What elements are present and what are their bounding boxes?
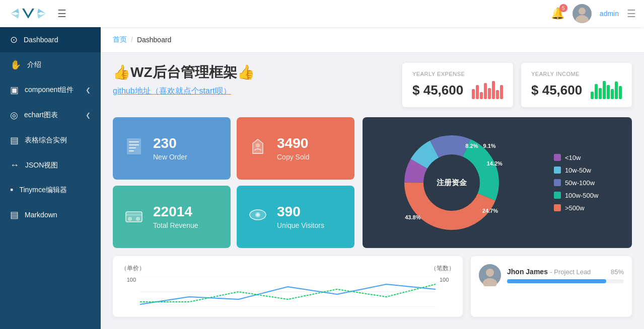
expense-bar <box>480 92 483 99</box>
inner-content: 👍WZ后台管理框架👍 github地址（喜欢就点个start呗） YEARLY … <box>101 53 644 327</box>
unique-visitors-label: Unique Visitors <box>277 221 324 229</box>
breadcrumb-separator: / <box>131 36 133 44</box>
unique-visitors-card: 390 Unique Visitors <box>237 186 354 248</box>
sidebar-item-table[interactable]: ▤ 表格综合实例 <box>0 128 101 153</box>
svg-rect-11 <box>126 214 142 216</box>
legend-label-1: <10w <box>565 154 581 161</box>
legend-dot-2 <box>554 167 561 174</box>
copy-sold-label: Copy Sold <box>277 153 310 161</box>
sidebar-label-component: component组件 <box>25 86 80 95</box>
expense-bottom: $ 45,600 <box>412 81 503 99</box>
metric-cards-grid: 230 New Order <box>113 117 354 248</box>
svg-rect-4 <box>127 138 141 154</box>
svg-rect-5 <box>129 141 139 142</box>
total-revenue-text: 22014 Total Revenue <box>153 204 198 230</box>
income-label: YEARLY INCOME <box>531 71 622 77</box>
content-area: 首页 / Dashboard 👍WZ后台管理框架👍 github地址（喜欢就点个… <box>101 27 644 329</box>
svg-point-12 <box>128 217 132 221</box>
sidebar-label-tinymce: Tinymce编辑器 <box>19 186 91 195</box>
copy-sold-text: 3490 Copy Sold <box>277 136 310 161</box>
legend-dot-1 <box>554 154 561 161</box>
sidebar-label-echart: echart图表 <box>24 111 80 120</box>
page-title: 👍WZ后台管理框架👍 <box>113 63 255 82</box>
donut-legend: <10w 10w-50w 50w-100w 100w-500w <box>554 154 599 212</box>
progress-bar-fill <box>507 279 606 283</box>
expense-value: $ 45,600 <box>412 83 463 98</box>
donut-pct-2: 9.1% <box>483 143 496 149</box>
sidebar-label-dashboard: Dashboard <box>24 36 91 44</box>
svg-point-16 <box>257 213 259 216</box>
sidebar-item-json[interactable]: ↔ JSON视图 <box>0 153 101 178</box>
income-bar <box>611 89 614 99</box>
new-order-icon <box>123 135 145 162</box>
expense-bar <box>484 83 487 99</box>
svg-rect-8 <box>129 150 134 151</box>
expense-bar <box>476 85 479 99</box>
sidebar-item-echart[interactable]: ◎ echart图表 ❮ <box>0 103 101 128</box>
team-panel: Jhon James - Project Lead 85% <box>471 256 632 317</box>
sidebar-item-intro[interactable]: ✋ 介绍 <box>0 52 101 77</box>
admin-name[interactable]: admin <box>600 10 619 18</box>
sidebar-item-markdown[interactable]: ▤ Markdown <box>0 202 101 227</box>
breadcrumb: 首页 / Dashboard <box>101 27 644 53</box>
legend-dot-3 <box>554 179 561 186</box>
sidebar-label-markdown: Markdown <box>25 211 91 219</box>
table-icon: ▤ <box>10 135 19 146</box>
legend-label-4: 100w-500w <box>565 192 599 199</box>
intro-icon: ✋ <box>10 59 21 70</box>
title-and-stats: 👍WZ后台管理框架👍 github地址（喜欢就点个start呗） YEARLY … <box>113 63 632 107</box>
svg-point-13 <box>136 217 140 221</box>
svg-rect-6 <box>129 144 139 145</box>
notification-badge: 5 <box>559 4 567 12</box>
sidebar-label-json: JSON视图 <box>25 161 91 170</box>
sidebar-item-component[interactable]: ▣ component组件 ❮ <box>0 77 101 103</box>
new-order-label: New Order <box>153 153 187 161</box>
income-bar <box>603 81 606 99</box>
progress-bar-bg <box>507 279 624 283</box>
user-avatar[interactable] <box>573 4 592 23</box>
member-info: Jhon James - Project Lead 85% <box>507 267 624 283</box>
cards-and-chart: 230 New Order <box>113 117 632 248</box>
chart-left-label: （单价） <box>121 264 145 273</box>
member-percent: 85% <box>611 268 624 276</box>
tinymce-icon: ▪ <box>10 185 13 195</box>
line-chart-panel: （单价） （笔数） 100 <box>113 256 463 317</box>
new-order-card: 230 New Order <box>113 117 231 180</box>
unique-visitors-text: 390 Unique Visitors <box>277 204 324 230</box>
yearly-income-card: YEARLY INCOME $ 45,600 <box>521 63 632 107</box>
total-revenue-icon <box>123 204 145 230</box>
income-value: $ 45,600 <box>531 83 582 98</box>
sidebar-item-tinymce[interactable]: ▪ Tinymce编辑器 <box>0 178 101 202</box>
donut-pct-5: 43.8% <box>405 214 420 220</box>
team-member-row: Jhon James - Project Lead 85% <box>479 264 624 286</box>
header-menu-icon[interactable]: ☰ <box>627 8 636 20</box>
legend-item-2: 10w-50w <box>554 167 599 174</box>
sidebar-item-dashboard[interactable]: ⊙ Dashboard <box>0 27 101 52</box>
y-axis-left: 100 <box>121 277 136 309</box>
income-chart <box>591 81 622 99</box>
hamburger-button[interactable]: ☰ <box>53 6 70 22</box>
component-icon: ▣ <box>10 85 19 96</box>
copy-sold-icon <box>247 135 269 162</box>
expense-bar <box>496 90 499 99</box>
logo-area: ☰ <box>8 5 70 23</box>
breadcrumb-home[interactable]: 首页 <box>113 35 127 44</box>
legend-dot-4 <box>554 192 561 199</box>
copy-sold-card: 3490 Copy Sold <box>237 117 354 180</box>
legend-label-2: 10w-50w <box>565 167 591 174</box>
donut-chart-container: 8.2% 9.1% 14.2% 24.7% 43.8% 8.2% 9.1% 14… <box>363 117 632 248</box>
notification-bell[interactable]: 🔔 5 <box>551 7 564 20</box>
chart-panel-header: （单价） （笔数） <box>121 264 455 273</box>
expense-bar <box>492 81 495 99</box>
member-avatar <box>479 264 501 286</box>
legend-label-3: 50w-100w <box>565 179 595 187</box>
income-bar <box>619 86 622 99</box>
total-revenue-number: 22014 <box>153 204 198 220</box>
github-link[interactable]: github地址（喜欢就点个start呗） <box>113 86 255 97</box>
top-header: ☰ 🔔 5 admin ☰ <box>0 0 644 27</box>
donut-pct-1: 8.2% <box>465 143 478 149</box>
income-bar <box>607 85 610 99</box>
title-block: 👍WZ后台管理框架👍 github地址（喜欢就点个start呗） <box>113 63 255 97</box>
expense-chart <box>472 81 503 99</box>
stat-cards-right: YEARLY EXPENSE $ 45,600 <box>402 63 632 107</box>
